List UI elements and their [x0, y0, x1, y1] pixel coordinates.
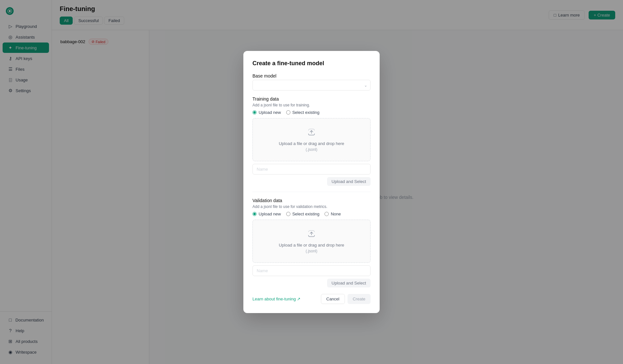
training-radio-group: Upload new Select existing: [252, 110, 371, 115]
modal-title: Create a fine-tuned model: [252, 60, 371, 67]
validation-radio-group: Upload new Select existing None: [252, 212, 371, 216]
create-model-modal: Create a fine-tuned model Base model ⌄ T…: [243, 51, 380, 313]
validation-data-label: Validation data: [252, 198, 371, 203]
training-upload-ext: (.jsonl): [258, 147, 365, 152]
create-modal-button[interactable]: Create: [348, 294, 371, 304]
validation-upload-select-row: Upload and Select: [252, 276, 371, 287]
training-upload-zone[interactable]: Upload a file or drag and drop here (.js…: [252, 118, 371, 161]
modal-overlay[interactable]: Create a fine-tuned model Base model ⌄ T…: [0, 0, 623, 364]
footer-buttons: Cancel Create: [321, 294, 371, 304]
training-data-sublabel: Add a jsonl file to use for training.: [252, 103, 371, 107]
validation-data-sublabel: Add a jsonl file to use for validation m…: [252, 204, 371, 209]
validation-upload-new-option[interactable]: Upload new: [252, 212, 281, 216]
validation-select-existing-option[interactable]: Select existing: [286, 212, 320, 216]
validation-none-radio[interactable]: [324, 212, 329, 216]
validation-upload-new-radio[interactable]: [252, 212, 257, 216]
validation-name-input[interactable]: [252, 265, 371, 276]
base-model-label: Base model: [252, 73, 371, 79]
base-model-select-wrapper: ⌄: [252, 80, 371, 91]
learn-about-fine-tuning-link[interactable]: Learn about fine-tuning ↗: [252, 297, 300, 301]
training-upload-text: Upload a file or drag and drop here: [258, 141, 365, 146]
section-divider: [252, 192, 371, 192]
validation-data-group: Validation data Add a jsonl file to use …: [252, 198, 371, 287]
training-upload-select-button[interactable]: Upload and Select: [327, 177, 371, 186]
validation-upload-zone[interactable]: Upload a file or drag and drop here (.js…: [252, 220, 371, 263]
training-name-input[interactable]: [252, 164, 371, 175]
training-data-label: Training data: [252, 96, 371, 102]
validation-none-option[interactable]: None: [324, 212, 341, 216]
training-data-group: Training data Add a jsonl file to use fo…: [252, 96, 371, 186]
validation-select-existing-radio[interactable]: [286, 212, 290, 216]
upload-icon: [258, 127, 365, 139]
base-model-select[interactable]: [252, 80, 371, 91]
cancel-button[interactable]: Cancel: [321, 294, 345, 304]
modal-footer: Learn about fine-tuning ↗ Cancel Create: [252, 294, 371, 304]
validation-upload-text: Upload a file or drag and drop here: [258, 243, 365, 248]
validation-upload-select-button[interactable]: Upload and Select: [327, 279, 371, 287]
training-upload-select-row: Upload and Select: [252, 175, 371, 186]
training-upload-new-radio[interactable]: [252, 110, 257, 115]
base-model-group: Base model ⌄: [252, 73, 371, 91]
validation-upload-ext: (.jsonl): [258, 249, 365, 253]
training-select-existing-option[interactable]: Select existing: [286, 110, 320, 115]
training-select-existing-radio[interactable]: [286, 110, 290, 115]
validation-upload-icon: [258, 229, 365, 240]
training-upload-new-option[interactable]: Upload new: [252, 110, 281, 115]
